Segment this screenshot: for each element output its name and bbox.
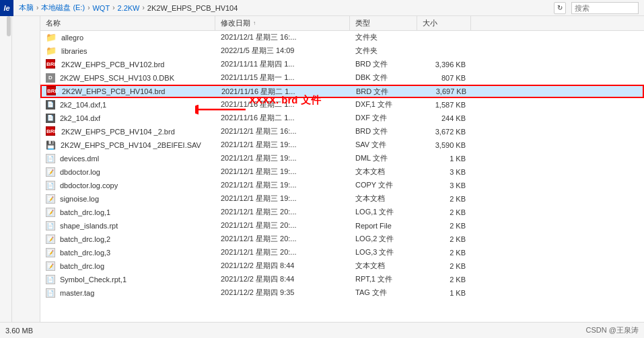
refresh-button[interactable]: ↻ [554,2,566,14]
log-icon: 📝 [46,235,55,244]
table-row[interactable]: 📄 devices.dml 2021/12/1 星期三 19:... DML 文… [40,152,644,165]
file-date-cell: 2021/12/1 星期三 19:... [215,138,350,151]
table-row[interactable]: 📝 batch_drc.log,2 2021/12/1 星期三 20:... L… [40,233,644,246]
table-row[interactable]: 📄 shape_islands.rpt 2021/12/1 星期三 20:...… [40,219,644,233]
file-name-cell: D 2K2W_EHPS_SCH_HV103 0.DBK [40,71,215,84]
file-name-cell: 💾 2K2W_EHPS_PCB_HV104 _2BEIFEI.SAV [40,138,215,151]
file-size-cell: 3,697 KB [418,85,472,97]
file-name: master.tag [60,289,94,297]
file-name-cell: BRD 2K2W_EHPS_PCB_HV102.brd [40,58,215,71]
file-rows: 📁 allegro 2021/12/1 星期三 16:... 文件夹 📁 lib… [40,31,644,322]
column-headers: 名称 修改日期 ↑ 类型 大小 [40,16,644,31]
col-header-date[interactable]: 修改日期 ↑ [215,16,350,30]
file-name-cell: 📝 batch_drc.log,3 [40,246,215,259]
file-name: libraries [61,47,87,55]
breadcrumb-sep-4: › [143,4,145,11]
table-row[interactable]: 📝 batch_drc.log,1 2021/12/1 星期三 20:... L… [40,206,644,219]
file-size-cell: 3,672 KB [417,125,471,138]
sort-indicator: ↑ [253,20,256,26]
breadcrumb-sep-3: › [112,4,114,11]
col-header-size[interactable]: 大小 [417,16,471,30]
table-row[interactable]: BRD 2K2W_EHPS_PCB_HV104 _2.brd 2021/12/1… [40,125,644,138]
file-name-cell: 📁 allegro [40,31,215,44]
table-row[interactable]: 📝 dbdoctor.log 2021/12/1 星期三 19:... 文本文档… [40,165,644,179]
file-name: 2K2W_EHPS_PCB_HV102.brd [61,60,164,69]
table-row[interactable]: 📝 batch_drc.log 2021/12/2 星期四 8:44 文本文档 … [40,259,644,273]
file-type-cell: LOG,3 文件 [350,246,417,259]
table-row[interactable]: 📝 signoise.log 2021/12/1 星期三 19:... 文本文档… [40,192,644,206]
file-name: dbdoctor.log [60,168,100,176]
brd-icon: BRD [46,126,57,137]
file-name: signoise.log [60,195,99,203]
file-size-cell: 2 KB [417,233,471,245]
file-date-cell: 2021/11/15 星期一 1... [215,71,350,84]
file-type-cell: 文本文档 [350,165,417,178]
watermark: CSDN @王泉涛 [586,325,639,335]
folder-icon: 📁 [46,46,57,56]
file-size-cell: 807 KB [417,71,471,84]
log-icon: 📝 [46,167,55,177]
file-date-cell: 2021/11/16 星期二 1... [215,112,350,124]
file-date-cell: 2021/12/1 星期三 19:... [215,192,350,205]
file-date-cell: 2021/12/1 星期三 19:... [215,165,350,178]
col-header-type[interactable]: 类型 [350,16,417,30]
file-name-cell: 📝 batch_drc.log,2 [40,233,215,245]
table-row[interactable]: 📁 libraries 2022/1/5 星期三 14:09 文件夹 [40,44,644,58]
file-name: dbdoctor.log.copy [60,181,118,189]
file-size-cell: 3 KB [417,165,471,178]
file-icon: 📄 [46,288,55,298]
search-input[interactable] [571,2,639,14]
log-icon: 📝 [46,194,55,204]
file-name-cell: 📄 2k2_104.dxf,1 [40,98,215,111]
file-date-cell: 2021/12/1 星期三 16:... [215,31,350,44]
ie-logo: Ie [0,0,13,16]
file-type-cell: 文件夹 [350,44,417,57]
status-text: 3.60 MB [5,327,33,335]
file-name-cell: 📄 shape_islands.rpt [40,219,215,232]
file-name: devices.dml [60,155,99,163]
table-row[interactable]: 📄 dbdoctor.log.copy 2021/12/1 星期三 19:...… [40,179,644,192]
dxf-icon: 📄 [46,114,55,123]
table-row[interactable]: 📁 allegro 2021/12/1 星期三 16:... 文件夹 [40,31,644,44]
file-date-cell: 2021/11/16 星期二 1... [215,98,350,111]
breadcrumb-drive[interactable]: 本地磁盘 (E:) [41,3,85,13]
file-name: allegro [61,34,83,42]
table-row[interactable]: BRD 2K2W_EHPS_PCB_HV104.brd 2021/11/16 星… [40,85,644,98]
breadcrumb-sep-2: › [87,4,90,11]
col-header-name[interactable]: 名称 [40,16,215,30]
table-row[interactable]: BRD 2K2W_EHPS_PCB_HV102.brd 2021/11/11 星… [40,58,644,71]
file-type-cell: 文件夹 [350,31,417,44]
file-type-cell: 文本文档 [350,259,417,272]
file-type-cell: BRD 文件 [350,58,417,71]
table-row[interactable]: 📄 master.tag 2021/12/2 星期四 9:35 TAG 文件 1… [40,286,644,300]
file-name: Symbol_Check.rpt,1 [60,276,127,284]
table-row[interactable]: 📝 batch_drc.log,3 2021/12/1 星期三 20:... L… [40,246,644,259]
file-name-cell: BRD 2K2W_EHPS_PCB_HV104.brd [41,85,216,97]
breadcrumb-wqt[interactable]: WQT [92,4,110,12]
file-name: 2K2W_EHPS_SCH_HV103 0.DBK [60,74,174,82]
table-row[interactable]: 💾 2K2W_EHPS_PCB_HV104 _2BEIFEI.SAV 2021/… [40,138,644,152]
brd-icon: BRD [46,86,57,97]
sav-icon: 💾 [46,140,56,150]
brd-icon: BRD [46,59,57,70]
breadcrumb-computer[interactable]: 本脑 [19,3,34,13]
file-name: 2K2W_EHPS_PCB_HV104 _2BEIFEI.SAV [61,141,201,149]
file-date-cell: 2021/12/1 星期三 16:... [215,125,350,138]
file-name: batch_drc.log [60,262,104,270]
table-row[interactable]: 📄 Symbol_Check.rpt,1 2021/12/2 星期四 8:44 … [40,273,644,286]
file-date-cell: 2021/11/16 星期二 1... [216,85,351,97]
file-name: 2k2_104.dxf,1 [60,101,106,109]
table-row[interactable]: 📄 2k2_104.dxf 2021/11/16 星期二 1... DXF 文件… [40,112,644,125]
table-row[interactable]: 📄 2k2_104.dxf,1 2021/11/16 星期二 1... DXF,… [40,98,644,112]
breadcrumb-2kw[interactable]: 2.2KW [117,4,139,12]
table-row[interactable]: D 2K2W_EHPS_SCH_HV103 0.DBK 2021/11/15 星… [40,71,644,85]
file-date-cell: 2021/12/1 星期三 20:... [215,246,350,259]
title-controls: ↻ [554,2,639,14]
file-type-cell: LOG,2 文件 [350,233,417,245]
file-name-cell: 📝 dbdoctor.log [40,165,215,178]
file-date-cell: 2021/12/2 星期四 8:44 [215,273,350,286]
file-name-cell: 📁 libraries [40,44,215,57]
file-size-cell: 2 KB [417,273,471,286]
file-name-cell: 📄 Symbol_Check.rpt,1 [40,273,215,286]
file-name-cell: 📄 dbdoctor.log.copy [40,179,215,192]
